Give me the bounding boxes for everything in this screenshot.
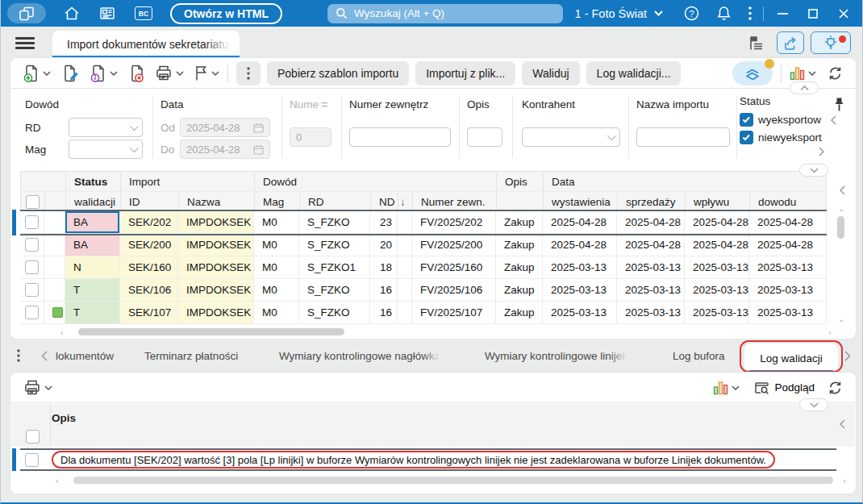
cell-rd[interactable]: S_FZKO xyxy=(299,279,370,302)
kebab-menu-icon[interactable] xyxy=(17,349,20,362)
cell-import-nazwa[interactable]: IMPDOKSEK xyxy=(178,211,254,234)
vertical-scrollbar[interactable] xyxy=(837,216,844,239)
cell-numer-zewn[interactable]: FV/2025/160 xyxy=(412,256,496,279)
cell-data-wplywu[interactable]: 2025-03-13 xyxy=(685,302,749,324)
header-sprzedazy[interactable]: sprzedaży xyxy=(618,192,686,211)
cell-data-wplywu[interactable]: 2025-03-13 xyxy=(685,279,749,302)
header-nazwa[interactable]: Nazwa xyxy=(179,192,255,211)
cell-numer-zewn[interactable]: FV/2025/107 xyxy=(412,302,496,324)
cell-import-id[interactable]: SEK/202 xyxy=(120,211,178,234)
bell-icon[interactable] xyxy=(717,6,731,21)
cell-rd[interactable]: S_FZKO1 xyxy=(299,256,370,279)
checkbox-checked[interactable] xyxy=(740,131,753,144)
flag-icon[interactable] xyxy=(194,65,208,81)
tabs-scroll-left-icon[interactable] xyxy=(41,351,48,361)
filter-numer-value[interactable]: 0 xyxy=(290,127,331,147)
chevron-down-icon[interactable] xyxy=(732,385,740,390)
scroll-down-arrow[interactable]: ⌄ xyxy=(838,314,844,323)
new-document-icon[interactable] xyxy=(23,65,40,82)
importuj-z-pliku-button[interactable]: Importuj z plik... xyxy=(415,61,515,85)
pobierz-szablon-button[interactable]: Pobierz szablon importu xyxy=(267,61,409,85)
help-icon[interactable]: ? xyxy=(684,6,699,21)
cell-nd[interactable]: 23 xyxy=(370,211,398,234)
header-group-dowod[interactable]: Dowód xyxy=(255,172,497,191)
row-checkbox[interactable] xyxy=(25,306,39,319)
collapse-side-panel-icon[interactable] xyxy=(840,185,845,195)
tab-import-dokumentow[interactable]: Import dokumentów sekretariatu xyxy=(52,31,240,58)
select-all-checkbox[interactable] xyxy=(26,195,40,209)
tab-wymiary-naglowka[interactable]: Wymiary kontrolingowe nagłówka xyxy=(279,339,440,373)
scroll-left-arrow[interactable]: ‹ xyxy=(60,327,64,337)
log-row[interactable]: Dla dokumentu [SEK/202] wartość [3] pola… xyxy=(20,450,836,469)
table-row[interactable]: NSEK/160IMPDOKSEKM0S_FZKO118FV/2025/160Z… xyxy=(20,256,827,279)
cell-import-nazwa[interactable]: IMPDOKSEK xyxy=(178,279,254,302)
chevron-down-icon[interactable] xyxy=(44,385,52,390)
cell-status-walidacji[interactable]: T xyxy=(65,279,120,302)
equals-operator[interactable]: = xyxy=(321,98,328,111)
header-opis-sub[interactable] xyxy=(497,192,544,211)
tab-log-bufora[interactable]: Log bufora xyxy=(673,339,725,373)
chart-icon[interactable] xyxy=(790,66,805,81)
close-button[interactable] xyxy=(832,0,856,27)
cell-numer-zewn[interactable]: FV/2025/106 xyxy=(412,279,496,302)
status-option-niewyeksportowane[interactable]: niewyeksport xyxy=(740,131,826,144)
expand-grid-button[interactable] xyxy=(799,164,828,177)
tab-log-walidacji[interactable]: Log walidacji xyxy=(744,344,838,373)
cell-opis[interactable]: Zakup xyxy=(496,256,543,279)
kebab-menu-icon[interactable] xyxy=(748,6,752,20)
header-nd[interactable]: ND xyxy=(371,192,398,211)
cell-data-sprzedazy[interactable]: 2025-03-13 xyxy=(617,279,685,302)
table-row[interactable]: BASEK/200IMPDOKSEKM0S_FZKO20FV/2025/200Z… xyxy=(20,234,827,256)
scroll-right-arrow[interactable]: › xyxy=(843,476,846,485)
cell-import-id[interactable]: SEK/160 xyxy=(120,256,178,279)
cell-data-dowodu[interactable]: 2025-04-28 xyxy=(749,234,827,256)
chart-icon[interactable] xyxy=(713,381,728,395)
cell-status-walidacji[interactable]: T xyxy=(65,302,120,324)
chevron-left-icon[interactable] xyxy=(831,115,836,125)
document-info-icon[interactable] xyxy=(90,65,106,82)
refresh-icon[interactable] xyxy=(828,66,843,81)
cell-rd[interactable]: S_FZKO xyxy=(299,211,370,234)
header-group-status[interactable]: Status xyxy=(66,172,121,191)
cell-import-id[interactable]: SEK/200 xyxy=(120,234,178,256)
filter-opis-input[interactable] xyxy=(467,127,502,147)
more-actions-button[interactable] xyxy=(236,61,261,85)
refresh-icon[interactable] xyxy=(828,381,843,395)
print-icon[interactable] xyxy=(155,65,173,81)
header-numer-zewn[interactable]: Numer zewn. xyxy=(413,192,497,211)
cell-mag[interactable]: M0 xyxy=(254,211,299,234)
filter-nazwa-importu-input[interactable] xyxy=(636,127,730,147)
cell-data-wystawienia[interactable]: 2025-03-13 xyxy=(543,302,617,324)
chevron-right-icon[interactable] xyxy=(819,147,824,156)
chevron-down-icon[interactable] xyxy=(808,71,816,76)
row-checkbox[interactable] xyxy=(25,283,39,297)
tab-wymiary-linijek[interactable]: Wymiary kontrolingowe linijek xyxy=(485,339,627,373)
filter-date-od[interactable]: 2025-04-28 xyxy=(180,118,270,137)
company-selector[interactable]: 1 - Foto Świat xyxy=(575,7,663,20)
filter-numer-zewn-input[interactable] xyxy=(349,127,451,147)
header-walidacji[interactable]: walidacji xyxy=(66,192,121,211)
filter-rd-select[interactable] xyxy=(69,118,143,137)
table-row[interactable]: TSEK/106IMPDOKSEKM0S_FZKO16FV/2025/106Za… xyxy=(20,279,827,302)
cell-nd[interactable]: 18 xyxy=(370,256,398,279)
scroll-left-arrow[interactable]: ‹ xyxy=(56,476,59,485)
pin-icon[interactable] xyxy=(833,97,845,112)
table-row[interactable]: TSEK/107IMPDOKSEKM0S_FZKO16FV/2025/107Za… xyxy=(20,302,827,324)
select-all-checkbox[interactable] xyxy=(26,430,40,444)
table-row[interactable]: BASEK/202IMPDOKSEKM0S_FZKO23FV/2025/202Z… xyxy=(20,211,827,234)
hamburger-menu-icon[interactable] xyxy=(15,37,35,49)
cell-import-id[interactable]: SEK/107 xyxy=(120,302,178,324)
header-wplywu[interactable]: wpływu xyxy=(686,192,750,211)
expand-log-button[interactable] xyxy=(799,398,828,411)
edit-document-icon[interactable] xyxy=(62,65,79,82)
home-icon[interactable] xyxy=(64,6,80,21)
row-checkbox[interactable] xyxy=(25,238,39,252)
log-walidacji-button[interactable]: Log walidacji... xyxy=(586,61,682,85)
preview-button[interactable]: Podgląd xyxy=(754,381,815,395)
waliduj-button[interactable]: Waliduj xyxy=(522,61,579,85)
cell-opis[interactable]: Zakup xyxy=(496,302,543,324)
cell-data-wplywu[interactable]: 2025-04-28 xyxy=(685,234,749,256)
cell-mag[interactable]: M0 xyxy=(254,256,299,279)
maximize-button[interactable] xyxy=(801,0,825,27)
header-id[interactable]: ID xyxy=(121,192,179,211)
